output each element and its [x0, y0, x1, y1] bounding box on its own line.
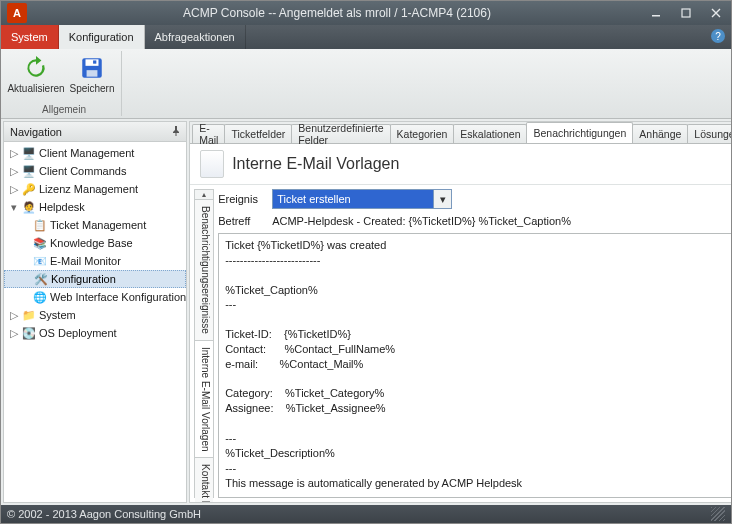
menu-system[interactable]: System — [1, 25, 59, 49]
tab-benachrichtigungen[interactable]: Benachrichtigungen — [526, 122, 633, 143]
content-panel: E-Mail Ticketfelder Benutzerdefinierte F… — [189, 121, 732, 503]
betreff-label: Betreff — [218, 215, 264, 227]
tab-loesungen[interactable]: Lösungen — [687, 124, 732, 143]
tree-label: Client Commands — [39, 165, 126, 177]
minimize-button[interactable] — [641, 1, 671, 25]
expand-icon[interactable]: ▷ — [8, 184, 19, 195]
vtab-scroll-up[interactable]: ▴ — [195, 190, 213, 200]
vertical-tabstrip: ▴ Benachrichtigungsereignisse Interne E-… — [194, 189, 214, 498]
ribbon-group-label: Allgemein — [42, 103, 86, 116]
tree-item-system[interactable]: ▷📁System — [4, 306, 186, 324]
os-deploy-icon: 💽 — [21, 326, 37, 340]
page-header: Interne E-Mail Vorlagen — [190, 144, 732, 185]
vtab-interne-email-vorlagen[interactable]: Interne E-Mail Vorlagen — [195, 341, 213, 459]
tree-item-konfiguration[interactable]: 🛠️Konfiguration — [4, 270, 186, 288]
mail-icon: 📧 — [32, 254, 48, 268]
content-tabstrip: E-Mail Ticketfelder Benutzerdefinierte F… — [190, 122, 732, 144]
save-icon — [79, 55, 105, 81]
tree-label: Knowledge Base — [50, 237, 133, 249]
close-button[interactable] — [701, 1, 731, 25]
tree-item-helpdesk[interactable]: ▾🧑‍💼Helpdesk — [4, 198, 186, 216]
navigation-header: Navigation — [4, 122, 186, 142]
config-icon: 🛠️ — [33, 272, 49, 286]
ereignis-combobox[interactable]: Ticket erstellen ▾ — [272, 189, 452, 209]
tab-ticketfelder[interactable]: Ticketfelder — [224, 124, 292, 143]
tree-label: System — [39, 309, 76, 321]
tab-benutzerdefinierte-felder[interactable]: Benutzerdefinierte Felder — [291, 124, 390, 143]
vtab-benachrichtigungsereignisse[interactable]: Benachrichtigungsereignisse — [195, 200, 213, 341]
expand-icon[interactable]: ▷ — [8, 166, 19, 177]
tree-item-web-interface-konfiguration[interactable]: 🌐Web Interface Konfiguration — [4, 288, 186, 306]
expand-icon[interactable]: ▷ — [8, 328, 19, 339]
tree-label: E-Mail Monitor — [50, 255, 121, 267]
collapse-icon[interactable]: ▾ — [8, 202, 19, 213]
refresh-icon — [23, 55, 49, 81]
tree-label: Client Management — [39, 147, 134, 159]
svg-rect-4 — [87, 70, 98, 77]
save-label: Speichern — [69, 83, 114, 94]
tree-label: Konfiguration — [51, 273, 116, 285]
helpdesk-icon: 🧑‍💼 — [21, 200, 37, 214]
menu-konfiguration[interactable]: Konfiguration — [59, 25, 145, 49]
navigation-tree[interactable]: ▷🖥️Client Management ▷🖥️Client Commands … — [4, 142, 186, 502]
tree-label: Helpdesk — [39, 201, 85, 213]
window-title: ACMP Console -- Angemeldet als mroll / 1… — [33, 6, 641, 20]
chevron-down-icon[interactable]: ▾ — [433, 190, 451, 208]
title-bar: A ACMP Console -- Angemeldet als mroll /… — [1, 1, 731, 25]
tree-label: Web Interface Konfiguration — [50, 291, 186, 303]
tab-eskalationen[interactable]: Eskalationen — [453, 124, 527, 143]
menu-bar: System Konfiguration Abfrageaktionen ? — [1, 25, 731, 49]
tab-anhaenge[interactable]: Anhänge — [632, 124, 688, 143]
tree-label: Ticket Management — [50, 219, 146, 231]
help-button[interactable]: ? — [711, 29, 725, 43]
ribbon: Aktualisieren Speichern Allgemein — [1, 49, 731, 119]
resize-grip-icon[interactable] — [711, 507, 725, 521]
client-cmd-icon: 🖥️ — [21, 164, 37, 178]
page-title: Interne E-Mail Vorlagen — [232, 155, 399, 173]
vtab-kontakt-email[interactable]: Kontakt E-Mail — [195, 458, 213, 502]
copyright-text: © 2002 - 2013 Aagon Consulting GmbH — [7, 508, 201, 520]
betreff-value: ACMP-Helpdesk - Created: {%TicketID%} %T… — [272, 215, 732, 227]
navigation-panel: Navigation ▷🖥️Client Management ▷🖥️Clien… — [3, 121, 187, 503]
workspace: Navigation ▷🖥️Client Management ▷🖥️Clien… — [1, 119, 731, 505]
page: Interne E-Mail Vorlagen ▴ Benachrichtigu… — [190, 144, 732, 502]
menu-abfrageaktionen[interactable]: Abfrageaktionen — [145, 25, 246, 49]
app-logo-icon: A — [7, 3, 27, 23]
web-config-icon: 🌐 — [32, 290, 48, 304]
page-header-icon — [200, 150, 224, 178]
maximize-button[interactable] — [671, 1, 701, 25]
tree-item-ticket-management[interactable]: 📋Ticket Management — [4, 216, 186, 234]
tree-item-lizenz-management[interactable]: ▷🔑Lizenz Management — [4, 180, 186, 198]
status-bar: © 2002 - 2013 Aagon Consulting GmbH — [1, 505, 731, 523]
template-form: Ereignis Ticket erstellen ▾ Betreff ACMP… — [218, 189, 732, 498]
tree-label: OS Deployment — [39, 327, 117, 339]
tree-item-os-deployment[interactable]: ▷💽OS Deployment — [4, 324, 186, 342]
ereignis-label: Ereignis — [218, 193, 264, 205]
client-mgmt-icon: 🖥️ — [21, 146, 37, 160]
kb-icon: 📚 — [32, 236, 48, 250]
tab-kategorien[interactable]: Kategorien — [390, 124, 455, 143]
template-body-editor[interactable]: Ticket {%TicketID%} was created --------… — [218, 233, 732, 498]
tree-label: Lizenz Management — [39, 183, 138, 195]
tree-item-knowledge-base[interactable]: 📚Knowledge Base — [4, 234, 186, 252]
refresh-label: Aktualisieren — [7, 83, 64, 94]
ribbon-group-allgemein: Aktualisieren Speichern Allgemein — [7, 51, 122, 116]
svg-rect-1 — [682, 9, 690, 17]
svg-rect-3 — [86, 59, 99, 66]
navigation-title: Navigation — [10, 126, 62, 138]
expand-icon[interactable]: ▷ — [8, 148, 19, 159]
svg-rect-0 — [652, 15, 660, 17]
tree-item-client-management[interactable]: ▷🖥️Client Management — [4, 144, 186, 162]
tree-item-email-monitor[interactable]: 📧E-Mail Monitor — [4, 252, 186, 270]
refresh-button[interactable]: Aktualisieren — [11, 53, 61, 96]
expand-icon[interactable]: ▷ — [8, 310, 19, 321]
tab-email[interactable]: E-Mail — [192, 124, 225, 143]
system-icon: 📁 — [21, 308, 37, 322]
svg-rect-5 — [93, 60, 96, 63]
pin-icon[interactable] — [170, 125, 182, 137]
ticket-icon: 📋 — [32, 218, 48, 232]
ereignis-value: Ticket erstellen — [277, 193, 351, 205]
save-button[interactable]: Speichern — [67, 53, 117, 96]
license-icon: 🔑 — [21, 182, 37, 196]
tree-item-client-commands[interactable]: ▷🖥️Client Commands — [4, 162, 186, 180]
